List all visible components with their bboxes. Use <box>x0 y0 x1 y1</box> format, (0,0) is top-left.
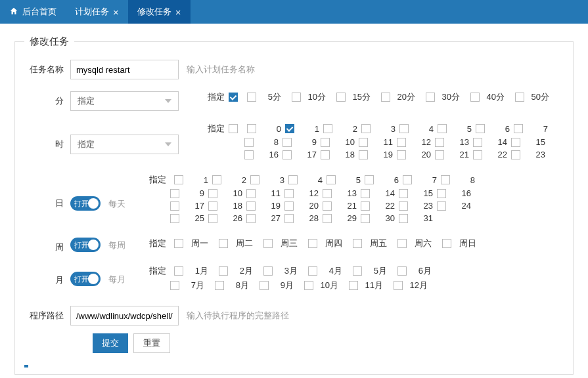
checkbox[interactable] <box>247 93 256 102</box>
option-1月[interactable]: 1月 <box>174 265 219 277</box>
option-4[interactable]: 4 <box>288 175 327 185</box>
option-2[interactable]: 2 <box>212 175 250 185</box>
checkbox[interactable] <box>246 214 256 223</box>
checkbox[interactable] <box>288 175 298 184</box>
checkbox[interactable] <box>441 175 450 184</box>
option-11[interactable]: 11 <box>246 188 284 198</box>
checkbox[interactable] <box>361 124 371 133</box>
checkbox[interactable] <box>361 201 370 211</box>
checkbox[interactable] <box>435 150 444 159</box>
tab-plan[interactable]: 计划任务 × <box>66 0 128 24</box>
option-22[interactable]: 22 <box>473 150 511 159</box>
hour-spec-checkbox[interactable] <box>229 124 238 133</box>
checkbox[interactable] <box>442 239 451 248</box>
checkbox[interactable] <box>403 175 412 184</box>
option-23[interactable]: 23 <box>511 150 549 159</box>
checkbox[interactable] <box>353 239 362 248</box>
checkbox[interactable] <box>361 214 370 223</box>
option-18[interactable]: 18 <box>208 201 246 211</box>
checkbox[interactable] <box>208 201 217 211</box>
option-18[interactable]: 18 <box>321 150 359 159</box>
checkbox[interactable] <box>323 124 332 133</box>
option-40分[interactable]: 40分 <box>470 91 515 103</box>
checkbox[interactable] <box>246 189 256 198</box>
option-50分[interactable]: 50分 <box>515 91 560 103</box>
checkbox[interactable] <box>170 189 179 198</box>
checkbox[interactable] <box>435 138 444 147</box>
option-周一[interactable]: 周一 <box>174 238 219 249</box>
path-input[interactable] <box>70 306 179 326</box>
option-24[interactable]: 24 <box>437 201 475 211</box>
option-13[interactable]: 13 <box>435 137 473 147</box>
option-6[interactable]: 6 <box>476 124 514 134</box>
option-7[interactable]: 7 <box>403 175 441 185</box>
option-6[interactable]: 6 <box>365 175 403 185</box>
close-icon[interactable]: × <box>175 7 181 18</box>
checkbox[interactable] <box>437 189 446 198</box>
checkbox[interactable] <box>336 93 346 102</box>
checkbox[interactable] <box>308 266 317 276</box>
tab-edit[interactable]: 修改任务 × <box>128 0 191 24</box>
option-5[interactable]: 5 <box>327 175 365 185</box>
checkbox[interactable] <box>476 124 485 133</box>
option-13[interactable]: 13 <box>323 188 361 198</box>
option-9[interactable]: 9 <box>170 188 208 198</box>
option-10[interactable]: 10 <box>321 137 359 147</box>
option-4[interactable]: 4 <box>399 124 438 134</box>
option-15[interactable]: 15 <box>399 188 437 198</box>
option-22[interactable]: 22 <box>361 201 399 211</box>
minute-select[interactable]: 指定 <box>70 91 179 111</box>
month-toggle[interactable]: 打开 <box>70 272 101 286</box>
option-14[interactable]: 14 <box>361 188 399 198</box>
checkbox[interactable] <box>308 239 317 248</box>
tab-home[interactable]: 后台首页 <box>0 0 66 24</box>
option-9[interactable]: 9 <box>283 137 321 147</box>
checkbox[interactable] <box>353 266 362 276</box>
checkbox[interactable] <box>397 138 406 147</box>
option-2[interactable]: 2 <box>323 124 361 134</box>
checkbox[interactable] <box>292 93 301 102</box>
checkbox[interactable] <box>511 150 520 159</box>
option-19[interactable]: 19 <box>246 201 284 211</box>
option-3月[interactable]: 3月 <box>263 265 308 277</box>
checkbox[interactable] <box>170 281 179 290</box>
checkbox[interactable] <box>170 201 179 211</box>
checkbox[interactable] <box>174 266 183 276</box>
option-3[interactable]: 3 <box>361 124 399 134</box>
option-9月[interactable]: 9月 <box>260 280 304 291</box>
checkbox[interactable] <box>244 150 254 159</box>
option-2月[interactable]: 2月 <box>219 265 263 277</box>
option-周六[interactable]: 周六 <box>397 238 442 249</box>
checkbox[interactable] <box>323 214 332 223</box>
option-27[interactable]: 27 <box>246 213 284 223</box>
option-1[interactable]: 1 <box>174 175 212 185</box>
checkbox[interactable] <box>219 266 228 276</box>
option-3[interactable]: 3 <box>250 175 288 185</box>
checkbox[interactable] <box>437 201 446 211</box>
option-5[interactable]: 5 <box>438 124 476 134</box>
option-10月[interactable]: 10月 <box>304 280 349 291</box>
checkbox[interactable] <box>321 138 330 147</box>
option-19[interactable]: 19 <box>359 150 397 159</box>
checkbox[interactable] <box>174 175 183 184</box>
option-10[interactable]: 10 <box>208 188 246 198</box>
checkbox[interactable] <box>365 175 374 184</box>
option-周二[interactable]: 周二 <box>219 238 263 249</box>
checkbox[interactable] <box>323 201 332 211</box>
checkbox[interactable] <box>208 189 217 198</box>
checkbox[interactable] <box>323 189 332 198</box>
option-1[interactable]: 1 <box>285 124 323 134</box>
minute-spec-checkbox[interactable] <box>229 93 238 102</box>
reset-button[interactable]: 重置 <box>133 333 170 353</box>
option-周三[interactable]: 周三 <box>263 238 308 249</box>
checkbox[interactable] <box>283 150 292 159</box>
option-17[interactable]: 17 <box>283 150 321 159</box>
option-30分[interactable]: 30分 <box>426 91 470 103</box>
option-16[interactable]: 16 <box>437 188 475 198</box>
checkbox[interactable] <box>359 150 368 159</box>
checkbox[interactable] <box>215 281 224 290</box>
week-toggle[interactable]: 打开 <box>70 238 101 252</box>
checkbox[interactable] <box>263 239 273 248</box>
checkbox[interactable] <box>399 214 408 223</box>
checkbox[interactable] <box>438 124 447 133</box>
